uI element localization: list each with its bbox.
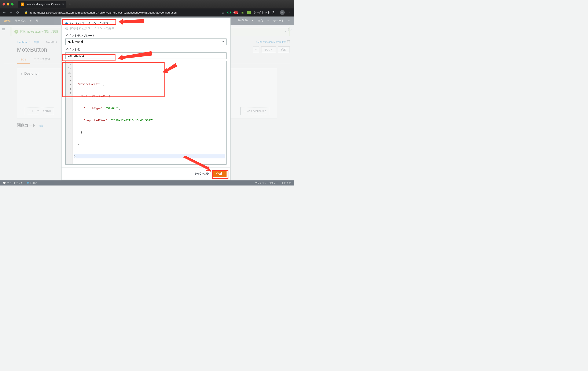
event-name-input[interactable] xyxy=(65,53,227,59)
window-close-button[interactable] xyxy=(2,3,5,6)
template-label: イベントテンプレート xyxy=(65,34,227,38)
forward-button[interactable]: → xyxy=(9,10,13,15)
code-area[interactable]: { "deviceEvent": { "buttonClicked": { "c… xyxy=(73,61,226,164)
menu-button[interactable]: ⋮ xyxy=(288,10,292,15)
svg-point-1 xyxy=(283,12,284,13)
region-menu[interactable]: 東京 xyxy=(258,19,263,23)
radio-saved-event[interactable]: 保存されたテストイベントの編集 xyxy=(65,26,227,31)
aws-logo[interactable]: aws xyxy=(4,19,10,23)
extension-icon[interactable]: un10 xyxy=(234,11,238,14)
breadcrumb-root[interactable]: Lambda xyxy=(17,41,27,44)
incognito-label: シークレット（3） xyxy=(254,11,277,14)
url-text: ap-northeast-1.console.aws.amazon.com/la… xyxy=(29,11,177,14)
services-menu[interactable]: サービス xyxy=(15,19,26,23)
modal-footer: キャンセル 作成 xyxy=(62,168,230,180)
tab-bar: λ Lambda Management Console × + xyxy=(0,0,294,9)
test-button[interactable]: テスト xyxy=(261,47,276,53)
browser-chrome: λ Lambda Management Console × + ← → ⟳ 🔒 … xyxy=(0,0,294,17)
tab-configuration[interactable]: 設定 xyxy=(17,55,30,64)
lock-icon: 🔒 xyxy=(24,11,28,14)
save-button[interactable]: 保存 xyxy=(278,47,290,53)
breadcrumb-current: MoteButt xyxy=(46,41,57,44)
svg-point-0 xyxy=(282,12,282,13)
language-selector[interactable]: 🌐 日本語 xyxy=(27,181,37,185)
radio-icon xyxy=(65,22,68,25)
new-tab-button[interactable]: + xyxy=(66,2,73,7)
template-select[interactable]: Hello World ▼ xyxy=(65,39,227,45)
banner-close-button[interactable]: × xyxy=(284,29,287,34)
create-button[interactable]: 作成 xyxy=(212,170,227,177)
tab-title: Lambda Management Console xyxy=(26,3,61,6)
cancel-button[interactable]: キャンセル xyxy=(194,172,209,176)
window-minimize-button[interactable] xyxy=(7,3,9,6)
extension-icons: ☆ un10 ▣ シークレット（3） ⋮ xyxy=(221,10,292,15)
back-button[interactable]: ← xyxy=(2,10,6,15)
info-link[interactable]: 情報 xyxy=(39,124,43,127)
breadcrumb-functions[interactable]: 関数 xyxy=(34,41,39,44)
actions-dropdown[interactable]: ▾ xyxy=(253,47,259,53)
radio-icon xyxy=(65,27,68,30)
resources-menu[interactable]: リ xyxy=(36,19,39,23)
url-bar: ← → ⟳ 🔒 ap-northeast-1.console.aws.amazo… xyxy=(0,9,294,17)
browser-tab[interactable]: λ Lambda Management Console × xyxy=(18,1,66,8)
line-gutter: 1▾ 2▾ 3▾ 4 5 6 7 8 xyxy=(66,61,73,164)
reload-button[interactable]: ⟳ xyxy=(16,10,20,15)
privacy-link[interactable]: プライバシーポリシー xyxy=(255,181,278,185)
extension-icon[interactable] xyxy=(247,11,251,14)
extension-icon[interactable] xyxy=(227,11,231,14)
tab-permissions[interactable]: アクセス権限 xyxy=(30,55,54,64)
page-title: MoteButton xyxy=(17,46,47,53)
code-editor[interactable]: 1▾ 2▾ 3▾ 4 5 6 7 8 { "deviceEvent": { "b… xyxy=(65,61,227,165)
sidebar-toggle-icon[interactable]: ☰ xyxy=(2,28,5,32)
extension-icon[interactable]: ▣ xyxy=(241,11,244,14)
chevron-down-icon: ▼ xyxy=(222,41,224,43)
traffic-lights xyxy=(2,3,16,6)
radio-new-event[interactable]: 新しいテストイベントの作成 xyxy=(65,21,227,26)
radio-saved-label: 保存されたテストイベントの編集 xyxy=(70,26,115,30)
add-destination-button[interactable]: ＋ Add destination xyxy=(241,107,269,115)
check-icon: ✓ xyxy=(14,30,18,34)
info-icon[interactable]: ⓘ xyxy=(288,28,292,32)
tab-close-button[interactable]: × xyxy=(62,2,64,6)
test-event-modal: 新しいテストイベントの作成 保存されたテストイベントの編集 イベントテンプレート… xyxy=(61,18,231,180)
copy-icon[interactable] xyxy=(287,40,290,43)
terms-link[interactable]: 利用規約 xyxy=(282,181,291,185)
url-field[interactable]: 🔒 ap-northeast-1.console.aws.amazon.com/… xyxy=(22,11,219,14)
support-menu[interactable]: サポート xyxy=(273,19,284,23)
radio-new-label: 新しいテストイベントの作成 xyxy=(70,21,108,25)
template-value: Hello World xyxy=(68,40,83,43)
feedback-link[interactable]: 💬 フィードバック xyxy=(3,181,23,185)
add-trigger-button[interactable]: ＋ トリガーを追加 xyxy=(25,107,54,115)
account-menu[interactable]: 36-5899 xyxy=(238,19,248,23)
bookmark-star-icon[interactable]: ☆ xyxy=(221,11,224,15)
aws-footer: 💬 フィードバック 🌐 日本語 プライバシーポリシー 利用規約 xyxy=(0,180,294,186)
lambda-favicon-icon: λ xyxy=(21,2,24,6)
banner-text: 関数 MoteButton が正常に更新 xyxy=(20,30,58,34)
event-name-label: イベント名 xyxy=(65,48,227,52)
arn-text: 55899:function:MoteButton xyxy=(256,40,290,43)
window-maximize-button[interactable] xyxy=(11,3,13,6)
incognito-avatar-icon[interactable] xyxy=(280,10,285,15)
